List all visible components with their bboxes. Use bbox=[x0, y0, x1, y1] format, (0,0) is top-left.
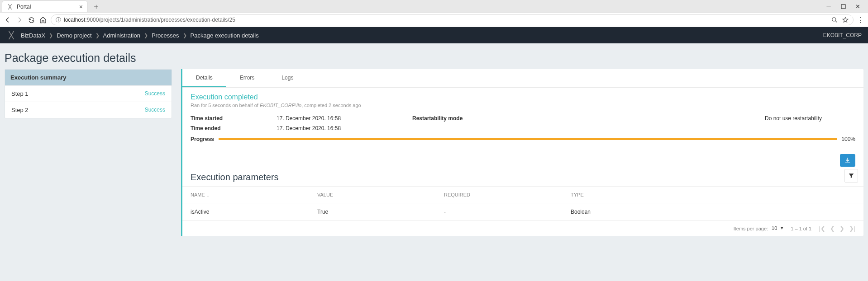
cell-type: Boolean bbox=[571, 209, 855, 215]
items-per-page-label: Items per page: bbox=[734, 226, 768, 231]
time-ended-value: 17. December 2020. 16:58 bbox=[277, 125, 412, 131]
kebab-menu-icon[interactable]: ⋮ bbox=[857, 16, 864, 24]
table-row: isActive True - Boolean bbox=[182, 203, 863, 221]
breadcrumb-item[interactable]: BizDataX bbox=[21, 32, 45, 39]
time-started-label: Time started bbox=[191, 115, 277, 122]
progress-value: 100% bbox=[841, 136, 855, 142]
page-range-text: 1 – 1 of 1 bbox=[791, 226, 811, 231]
execution-summary-card: Execution summary Step 1 Success Step 2 … bbox=[5, 69, 172, 118]
step-status: Success bbox=[145, 90, 165, 97]
window-controls: ─ ✕ bbox=[825, 3, 866, 9]
execution-subtitle: Ran for 5 seconds on behalf of EKOBIT_CO… bbox=[191, 103, 855, 108]
chevron-right-icon: ❯ bbox=[144, 33, 148, 38]
table-header-row: NAME ↓ VALUE REQUIRED TYPE bbox=[182, 187, 863, 203]
summary-step-item[interactable]: Step 1 Success bbox=[5, 85, 172, 102]
col-name[interactable]: NAME ↓ bbox=[191, 192, 317, 197]
browser-tab[interactable]: Portal × bbox=[2, 0, 88, 12]
browser-chrome: Portal × ＋ ─ ✕ ⓘ localhost:9000/projects… bbox=[0, 0, 868, 27]
back-icon[interactable] bbox=[4, 16, 12, 24]
step-label: Step 2 bbox=[11, 107, 29, 113]
tabs: Details Errors Logs bbox=[182, 69, 863, 88]
step-label: Step 1 bbox=[11, 90, 29, 97]
progress-label: Progress bbox=[191, 136, 214, 142]
col-value[interactable]: VALUE bbox=[317, 192, 444, 197]
col-required[interactable]: REQUIRED bbox=[444, 192, 571, 197]
breadcrumb: BizDataX ❯ Demo project ❯ Administration… bbox=[21, 32, 259, 39]
last-page-icon[interactable]: ❯| bbox=[849, 225, 855, 232]
breadcrumb-item[interactable]: Administration bbox=[103, 32, 140, 39]
breadcrumb-item[interactable]: Demo project bbox=[57, 32, 91, 39]
page: Package execution details Execution summ… bbox=[0, 43, 868, 240]
time-ended-label: Time ended bbox=[191, 125, 277, 131]
app-bar: BizDataX ❯ Demo project ❯ Administration… bbox=[0, 27, 868, 43]
tab-favicon-icon bbox=[7, 4, 13, 10]
svg-point-1 bbox=[832, 18, 836, 21]
chevron-right-icon: ❯ bbox=[183, 33, 187, 38]
page-title: Package execution details bbox=[5, 48, 863, 69]
next-page-icon[interactable]: ❯ bbox=[839, 225, 844, 232]
execution-status-title: Execution completed bbox=[191, 93, 855, 101]
summary-step-item[interactable]: Step 2 Success bbox=[5, 102, 172, 118]
browser-tab-title: Portal bbox=[17, 4, 31, 10]
home-icon[interactable] bbox=[39, 16, 47, 24]
sort-arrow-down-icon: ↓ bbox=[207, 192, 210, 197]
filter-button[interactable] bbox=[844, 169, 858, 183]
forward-icon[interactable] bbox=[15, 16, 24, 24]
prev-page-icon[interactable]: ❮ bbox=[830, 225, 835, 232]
current-user: EKOBIT_CORP bbox=[823, 32, 862, 38]
window-close-icon[interactable]: ✕ bbox=[854, 3, 861, 9]
minimize-icon[interactable]: ─ bbox=[825, 3, 832, 9]
params-heading: Execution parameters bbox=[191, 169, 279, 183]
breadcrumb-item[interactable]: Processes bbox=[152, 32, 179, 39]
chevron-right-icon: ❯ bbox=[95, 33, 100, 38]
url-text: localhost:9000/projects/1/administration… bbox=[64, 17, 235, 23]
tab-details[interactable]: Details bbox=[182, 69, 226, 87]
tab-errors[interactable]: Errors bbox=[226, 69, 268, 87]
chevron-down-icon: ▾ bbox=[781, 225, 783, 231]
step-status: Success bbox=[145, 107, 165, 113]
svg-rect-0 bbox=[841, 5, 845, 9]
url-bar[interactable]: ⓘ localhost:9000/projects/1/administrati… bbox=[51, 14, 854, 25]
progress-bar bbox=[219, 138, 837, 140]
browser-nav-bar: ⓘ localhost:9000/projects/1/administrati… bbox=[0, 13, 868, 27]
cell-name: isActive bbox=[191, 209, 317, 215]
main-panel: Details Errors Logs Execution completed … bbox=[181, 69, 863, 236]
breadcrumb-item: Package execution details bbox=[191, 32, 259, 39]
app-logo-icon bbox=[6, 30, 16, 40]
items-per-page-select[interactable]: 10 ▾ bbox=[771, 225, 783, 232]
download-button[interactable] bbox=[840, 154, 855, 167]
chevron-right-icon: ❯ bbox=[49, 33, 53, 38]
action-row bbox=[182, 150, 863, 169]
site-info-icon[interactable]: ⓘ bbox=[56, 16, 61, 24]
search-icon[interactable] bbox=[831, 17, 838, 23]
tab-logs[interactable]: Logs bbox=[268, 69, 307, 87]
time-started-value: 17. December 2020. 16:58 bbox=[277, 115, 412, 122]
restart-mode-label: Restartability mode bbox=[412, 115, 765, 122]
paginator: Items per page: 10 ▾ 1 – 1 of 1 |❮ ❮ ❯ ❯… bbox=[182, 221, 863, 236]
star-icon[interactable] bbox=[842, 17, 849, 23]
browser-tab-bar: Portal × ＋ ─ ✕ bbox=[0, 0, 868, 13]
restart-mode-value: Do not use restartability bbox=[765, 115, 855, 122]
first-page-icon[interactable]: |❮ bbox=[819, 225, 825, 232]
col-type[interactable]: TYPE bbox=[571, 192, 855, 197]
summary-header: Execution summary bbox=[5, 70, 172, 85]
new-tab-button[interactable]: ＋ bbox=[92, 1, 100, 12]
execution-details-section: Execution completed Ran for 5 seconds on… bbox=[182, 88, 863, 150]
maximize-icon[interactable] bbox=[840, 3, 846, 9]
cell-required: - bbox=[444, 209, 571, 215]
cell-value: True bbox=[317, 209, 444, 215]
reload-icon[interactable] bbox=[27, 16, 35, 24]
close-icon[interactable]: × bbox=[79, 3, 83, 10]
params-table: NAME ↓ VALUE REQUIRED TYPE isActive True… bbox=[182, 186, 863, 236]
